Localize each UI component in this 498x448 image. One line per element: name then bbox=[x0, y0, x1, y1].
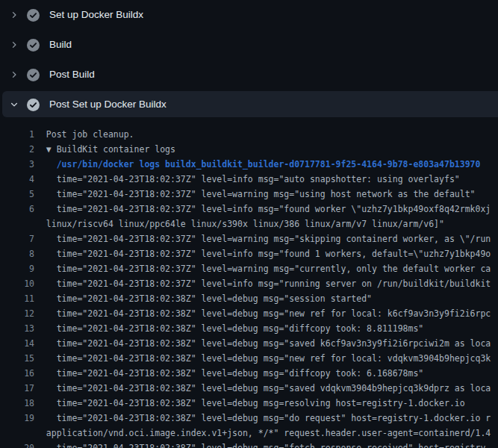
log-text: time="2021-04-23T18:02:38Z" level=debug … bbox=[34, 308, 498, 319]
success-check-icon bbox=[27, 39, 40, 52]
log-text: time="2021-04-23T18:02:38Z" level=debug … bbox=[34, 413, 498, 423]
line-number[interactable]: 15 bbox=[0, 353, 34, 364]
log-line: 11 time="2021-04-23T18:02:38Z" level=deb… bbox=[0, 291, 498, 306]
log-text: Post job cleanup. bbox=[34, 129, 498, 140]
line-number[interactable]: 10 bbox=[0, 279, 34, 289]
log-text: time="2021-04-23T18:02:38Z" level=debug … bbox=[34, 383, 498, 393]
log-line: 7 time="2021-04-23T18:02:37Z" level=warn… bbox=[0, 231, 498, 246]
step-title: Post Build bbox=[49, 60, 95, 90]
success-check-icon bbox=[27, 69, 40, 81]
log-line: 20 time="2021-04-23T18:02:38Z" level=deb… bbox=[0, 441, 498, 448]
step-row-build[interactable]: Build bbox=[0, 30, 498, 60]
line-number[interactable]: 13 bbox=[0, 323, 34, 334]
log-line: 18 time="2021-04-23T18:02:38Z" level=deb… bbox=[0, 396, 498, 411]
step-title: Post Set up Docker Buildx bbox=[49, 90, 166, 119]
log-text: time="2021-04-23T18:02:37Z" level=warnin… bbox=[34, 234, 498, 244]
log-line: 5 time="2021-04-23T18:02:37Z" level=warn… bbox=[0, 187, 498, 202]
line-number[interactable]: 16 bbox=[0, 368, 34, 379]
line-number[interactable]: 6 bbox=[0, 204, 34, 214]
line-number[interactable]: 2 bbox=[0, 144, 34, 155]
line-number[interactable]: 18 bbox=[0, 398, 34, 408]
log-text: time="2021-04-23T18:02:37Z" level=info m… bbox=[34, 249, 498, 259]
step-log-output: 1 Post job cleanup.2 ▼ BuildKit containe… bbox=[0, 119, 498, 448]
log-group-toggle[interactable]: ▼ BuildKit container logs bbox=[34, 144, 498, 155]
log-text: linux/riscv64 linux/ppc64le linux/s390x … bbox=[34, 219, 498, 229]
line-number[interactable]: 3 bbox=[0, 159, 34, 169]
log-line: 3 /usr/bin/docker logs buildx_buildkit_b… bbox=[0, 157, 498, 172]
log-text: time="2021-04-23T18:02:37Z" level=info m… bbox=[34, 174, 498, 184]
log-line: 4 time="2021-04-23T18:02:37Z" level=info… bbox=[0, 172, 498, 187]
line-number[interactable]: 11 bbox=[0, 293, 34, 304]
chevron-right-icon[interactable] bbox=[10, 40, 19, 49]
log-line-continuation: linux/riscv64 linux/ppc64le linux/s390x … bbox=[0, 217, 498, 231]
log-text: time="2021-04-23T18:02:37Z" level=info m… bbox=[34, 279, 498, 289]
line-number[interactable]: 12 bbox=[0, 308, 34, 319]
line-number[interactable]: 1 bbox=[0, 129, 34, 140]
log-line: 19 time="2021-04-23T18:02:38Z" level=deb… bbox=[0, 411, 498, 426]
line-number[interactable]: 14 bbox=[0, 338, 34, 349]
line-number[interactable]: 8 bbox=[0, 249, 34, 259]
log-text: time="2021-04-23T18:02:38Z" level=debug … bbox=[34, 323, 498, 334]
log-text: time="2021-04-23T18:02:37Z" level=warnin… bbox=[34, 189, 498, 199]
success-check-icon bbox=[27, 99, 40, 111]
step-title: Set up Docker Buildx bbox=[49, 0, 143, 30]
line-number[interactable]: 20 bbox=[0, 443, 34, 448]
log-text: time="2021-04-23T18:02:38Z" level=debug … bbox=[34, 293, 498, 304]
line-number[interactable]: 4 bbox=[0, 174, 34, 184]
log-text: time="2021-04-23T18:02:38Z" level=debug … bbox=[34, 338, 498, 349]
line-number[interactable]: 7 bbox=[0, 234, 34, 244]
log-line: 1 Post job cleanup. bbox=[0, 127, 498, 142]
log-text: time="2021-04-23T18:02:38Z" level=debug … bbox=[34, 353, 498, 364]
log-text: time="2021-04-23T18:02:38Z" level=debug … bbox=[34, 443, 498, 448]
step-row-set-up-docker-buildx[interactable]: Set up Docker Buildx bbox=[0, 0, 498, 30]
step-row-post-set-up-docker-buildx[interactable]: Post Set up Docker Buildx bbox=[0, 90, 498, 119]
log-line: 16 time="2021-04-23T18:02:38Z" level=deb… bbox=[0, 366, 498, 381]
step-title: Build bbox=[49, 30, 72, 60]
log-text: application/vnd.oci.image.index.v1+json,… bbox=[34, 428, 498, 438]
step-row-post-build[interactable]: Post Build bbox=[0, 60, 498, 90]
log-line: 14 time="2021-04-23T18:02:38Z" level=deb… bbox=[0, 336, 498, 351]
job-steps-list: Set up Docker Buildx Build Post Build bbox=[0, 0, 498, 119]
line-number[interactable]: 5 bbox=[0, 189, 34, 199]
log-text: time="2021-04-23T18:02:38Z" level=debug … bbox=[34, 398, 498, 408]
line-number[interactable]: 19 bbox=[0, 413, 34, 423]
log-text: time="2021-04-23T18:02:37Z" level=warnin… bbox=[34, 264, 498, 274]
chevron-right-icon[interactable] bbox=[10, 70, 19, 79]
log-line: 13 time="2021-04-23T18:02:38Z" level=deb… bbox=[0, 321, 498, 336]
log-line: 10 time="2021-04-23T18:02:37Z" level=inf… bbox=[0, 276, 498, 291]
log-command-text: /usr/bin/docker logs buildx_buildkit_bui… bbox=[34, 159, 498, 169]
line-number[interactable]: 17 bbox=[0, 383, 34, 393]
log-line-continuation: application/vnd.oci.image.index.v1+json,… bbox=[0, 426, 498, 441]
log-line: 12 time="2021-04-23T18:02:38Z" level=deb… bbox=[0, 306, 498, 321]
log-line: 2 ▼ BuildKit container logs bbox=[0, 142, 498, 157]
log-line: 8 time="2021-04-23T18:02:37Z" level=info… bbox=[0, 246, 498, 261]
chevron-right-icon[interactable] bbox=[10, 10, 19, 19]
log-line: 17 time="2021-04-23T18:02:38Z" level=deb… bbox=[0, 381, 498, 396]
line-number[interactable]: 9 bbox=[0, 264, 34, 274]
chevron-down-icon[interactable] bbox=[10, 100, 19, 109]
log-line: 9 time="2021-04-23T18:02:37Z" level=warn… bbox=[0, 261, 498, 276]
success-check-icon bbox=[27, 9, 40, 22]
log-line: 6 time="2021-04-23T18:02:37Z" level=info… bbox=[0, 202, 498, 217]
log-line: 15 time="2021-04-23T18:02:38Z" level=deb… bbox=[0, 351, 498, 366]
log-text: time="2021-04-23T18:02:37Z" level=info m… bbox=[34, 204, 498, 214]
log-text: time="2021-04-23T18:02:38Z" level=debug … bbox=[34, 368, 498, 379]
